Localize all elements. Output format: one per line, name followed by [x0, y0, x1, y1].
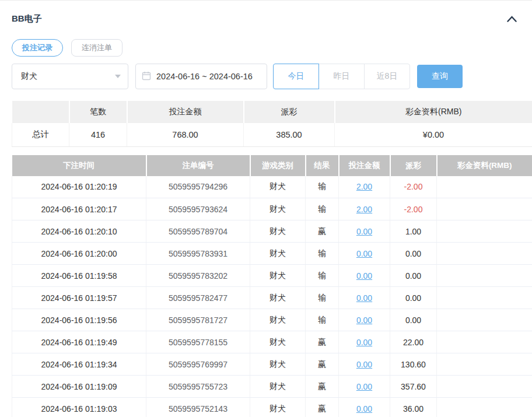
bet-table: 下注时间 注单编号 游戏类别 结果 投注金额 派彩 彩金资料(RMB) 2024… [12, 155, 532, 417]
result-cell: 输 [306, 198, 339, 220]
summary-total-count: 416 [69, 123, 127, 146]
collapse-button[interactable] [506, 15, 518, 23]
header-bet-amount: 投注金额 [339, 155, 390, 176]
bet-id-cell: 5059595783202 [146, 265, 250, 287]
result-cell: 输 [306, 309, 339, 331]
bet-amount-link[interactable]: 2.00 [356, 205, 372, 214]
bet-amount-cell: 0.00 [339, 376, 390, 398]
bet-id-cell: 5059595783931 [146, 243, 250, 265]
game-type-cell: 财犬 [250, 309, 306, 331]
bonus-cell [437, 243, 532, 265]
search-button[interactable]: 查询 [417, 65, 463, 88]
payout-cell: 1.00 [390, 220, 437, 243]
summary-header-empty [12, 101, 69, 123]
result-cell: 赢 [306, 398, 339, 417]
filter-bar: 财犬 2024-06-16 ~ 2024-06-16 今日 昨日 近8日 查询 [12, 64, 532, 89]
calendar-icon [142, 71, 156, 82]
bet-id-cell: 5059595794296 [146, 176, 250, 198]
bet-table-body: 2024-06-16 01:20:19 5059595794296 财犬 输 2… [12, 176, 532, 417]
bet-amount-link[interactable]: 0.00 [356, 382, 372, 391]
bet-time-cell: 2024-06-16 01:20:17 [12, 198, 146, 220]
tab-cancelled-orders[interactable]: 连消注单 [71, 39, 123, 57]
bonus-cell [437, 265, 532, 287]
summary-total-payout: 385.00 [244, 123, 335, 146]
bet-amount-link[interactable]: 0.00 [356, 338, 372, 347]
bet-time-cell: 2024-06-16 01:20:19 [12, 176, 146, 198]
game-type-cell: 财犬 [250, 265, 306, 287]
bet-amount-link[interactable]: 2.00 [356, 182, 372, 191]
bonus-cell [437, 331, 532, 353]
bet-amount-link[interactable]: 0.00 [356, 271, 372, 281]
bet-amount-link[interactable]: 0.00 [356, 249, 372, 258]
quick-range-today[interactable]: 今日 [273, 64, 319, 89]
summary-total-label: 总计 [12, 123, 69, 146]
quick-range-last-8-days[interactable]: 近8日 [364, 64, 410, 89]
bonus-cell [437, 353, 532, 376]
payout-cell: 36.00 [390, 398, 437, 417]
table-row: 2024-06-16 01:20:17 5059595793624 财犬 输 2… [12, 198, 532, 220]
bet-amount-cell: 0.00 [339, 287, 390, 309]
game-select[interactable]: 财犬 [12, 64, 128, 89]
summary-header-count: 笔数 [69, 101, 127, 123]
bet-amount-cell: 0.00 [339, 243, 390, 265]
bet-amount-link[interactable]: 0.00 [356, 316, 372, 325]
bonus-cell [437, 376, 532, 398]
game-type-cell: 财犬 [250, 198, 306, 220]
payout-cell: 0.00 [390, 243, 437, 265]
bet-amount-cell: 2.00 [339, 198, 390, 220]
bet-amount-link[interactable]: 0.00 [356, 404, 372, 414]
payout-cell: -2.00 [390, 198, 437, 220]
tab-bar: 投注记录 连消注单 [12, 39, 532, 57]
bonus-cell [437, 287, 532, 309]
bet-id-cell: 5059595782477 [146, 287, 250, 309]
header-bonus: 彩金资料(RMB) [437, 155, 532, 176]
quick-range-yesterday[interactable]: 昨日 [318, 64, 365, 89]
payout-cell: 0.00 [390, 287, 437, 309]
bonus-cell [437, 176, 532, 198]
game-type-cell: 财犬 [250, 376, 306, 398]
bet-time-cell: 2024-06-16 01:19:57 [12, 287, 146, 309]
bet-id-cell: 5059595793624 [146, 198, 250, 220]
bet-time-cell: 2024-06-16 01:20:00 [12, 243, 146, 265]
table-row: 2024-06-16 01:19:09 5059595755723 财犬 赢 0… [12, 376, 532, 398]
bet-amount-link[interactable]: 0.00 [356, 293, 372, 303]
quick-range-group: 今日 昨日 近8日 [273, 64, 410, 89]
summary-header-bet-amount: 投注金额 [127, 101, 244, 123]
result-cell: 赢 [306, 376, 339, 398]
bet-amount-link[interactable]: 0.00 [356, 227, 372, 236]
bet-amount-cell: 2.00 [339, 176, 390, 198]
tab-bet-records[interactable]: 投注记录 [12, 39, 63, 57]
game-type-cell: 财犬 [250, 220, 306, 243]
table-row: 2024-06-16 01:19:34 5059595769997 财犬 赢 0… [12, 353, 532, 376]
bet-amount-link[interactable]: 0.00 [356, 360, 372, 369]
bonus-cell [437, 220, 532, 243]
result-cell: 赢 [306, 331, 339, 353]
payout-cell: 357.60 [390, 376, 437, 398]
bet-amount-cell: 0.00 [339, 398, 390, 417]
bet-time-cell: 2024-06-16 01:20:10 [12, 220, 146, 243]
bet-id-cell: 5059595778155 [146, 331, 250, 353]
summary-header-row: 笔数 投注金额 派彩 彩金资料(RMB) [12, 101, 532, 123]
result-cell: 赢 [306, 353, 339, 376]
chevron-up-icon [507, 15, 517, 24]
table-row: 2024-06-16 01:20:10 5059595789704 财犬 赢 0… [12, 220, 532, 243]
bet-amount-cell: 0.00 [339, 309, 390, 331]
bet-id-cell: 5059595755723 [146, 376, 250, 398]
table-row: 2024-06-16 01:19:58 5059595783202 财犬 输 0… [12, 265, 532, 287]
game-type-cell: 财犬 [250, 331, 306, 353]
bet-time-cell: 2024-06-16 01:19:49 [12, 331, 146, 353]
bonus-cell [437, 309, 532, 331]
game-select-value: 财犬 [21, 71, 115, 82]
date-range-picker[interactable]: 2024-06-16 ~ 2024-06-16 [135, 64, 267, 89]
table-row: 2024-06-16 01:20:00 5059595783931 财犬 输 0… [12, 243, 532, 265]
header-bet-id: 注单编号 [146, 155, 250, 176]
bet-time-cell: 2024-06-16 01:19:34 [12, 353, 146, 376]
bet-id-cell: 5059595789704 [146, 220, 250, 243]
page-title: BB电子 [12, 13, 42, 24]
bonus-cell [437, 198, 532, 220]
panel-header: BB电子 [0, 1, 532, 29]
result-cell: 输 [306, 243, 339, 265]
game-type-cell: 财犬 [250, 287, 306, 309]
header-bet-time: 下注时间 [12, 155, 146, 176]
bet-time-cell: 2024-06-16 01:19:58 [12, 265, 146, 287]
